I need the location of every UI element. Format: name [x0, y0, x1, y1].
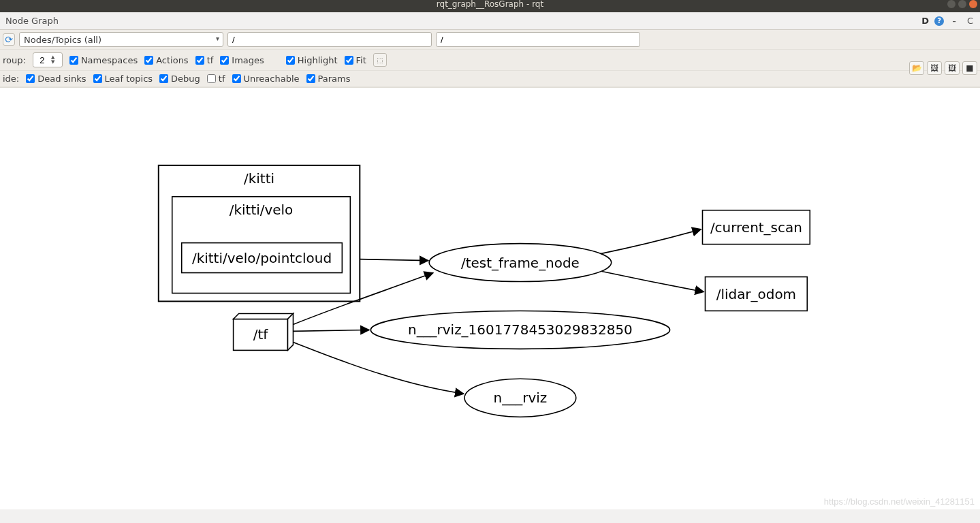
graph-type-combo[interactable]: Nodes/Topics (all) — [19, 32, 223, 47]
debug-checkbox[interactable] — [159, 74, 168, 83]
toolbar-row-1: ⟳ Nodes/Topics (all) — [0, 30, 980, 50]
namespaces-checkbox[interactable] — [69, 56, 78, 65]
node-tf-label: /tf — [253, 326, 269, 343]
window-maximize-button[interactable] — [958, 0, 966, 8]
group-label: roup: — [3, 55, 26, 65]
d-label: D — [921, 16, 929, 26]
images-checkbox[interactable] — [220, 56, 229, 65]
node-rviz-long-label: n___rviz_1601778453029832850 — [408, 321, 633, 338]
images-checkbox-label[interactable]: Images — [220, 55, 264, 65]
window-titlebar: rqt_graph__RosGraph - rqt — [0, 0, 980, 12]
node-lidar-odom-label: /lidar_odom — [716, 286, 796, 302]
dead-sinks-checkbox-label[interactable]: Dead sinks — [26, 74, 86, 84]
window-minimize-button[interactable] — [947, 0, 955, 8]
refresh-button[interactable]: ⟳ — [3, 33, 15, 46]
node-test-frame-node-label: /test_frame_node — [461, 255, 580, 271]
node-filter-input[interactable] — [227, 32, 432, 47]
edge-pointcloud-testframe — [360, 259, 428, 261]
actions-checkbox-label[interactable]: Actions — [144, 55, 189, 65]
tf-hide-checkbox-label[interactable]: tf — [207, 74, 225, 84]
menubar: Node Graph D ? - C — [0, 12, 980, 30]
toolbar-row-group: roup: ▲▼ Namespaces Actions tf Images Hi… — [0, 50, 980, 71]
window-close-button[interactable] — [969, 0, 977, 8]
fit-checkbox[interactable] — [345, 56, 353, 65]
load-dot-button[interactable] — [909, 61, 924, 75]
group-depth-spin[interactable]: ▲▼ — [51, 55, 54, 65]
graph-svg: /kitti /kitti/velo /kitti/velo/pointclou… — [0, 88, 980, 509]
node-current-scan-label: /current_scan — [710, 219, 802, 236]
edge-testframe-lidarodom — [602, 272, 704, 292]
tf-group-checkbox-label[interactable]: tf — [195, 55, 214, 65]
fit-checkbox-label[interactable]: Fit — [345, 55, 366, 65]
unreachable-checkbox[interactable] — [232, 74, 241, 83]
params-checkbox-label[interactable]: Params — [306, 74, 351, 84]
edge-tf-rviz — [293, 342, 464, 394]
refresh-icon: ⟳ — [5, 34, 13, 45]
actions-checkbox[interactable] — [144, 56, 153, 65]
params-checkbox[interactable] — [306, 74, 315, 83]
svg-marker-2 — [287, 313, 293, 350]
leaf-topics-checkbox[interactable] — [93, 74, 102, 83]
group-depth-stepper[interactable]: ▲▼ — [33, 52, 63, 67]
right-toolbar — [909, 61, 977, 75]
node-pointcloud-label: /kitti/velo/pointcloud — [192, 250, 332, 266]
save-image-button[interactable] — [962, 61, 977, 75]
graph-canvas[interactable]: /kitti /kitti/velo /kitti/velo/pointclou… — [0, 87, 980, 509]
highlight-checkbox-label[interactable]: Highlight — [286, 55, 338, 65]
tf-group-checkbox[interactable] — [195, 56, 204, 65]
watermark: https://blog.csdn.net/weixin_41281151 — [824, 496, 975, 507]
unreachable-checkbox-label[interactable]: Unreachable — [232, 74, 300, 84]
toolbar-row-hide: ide: Dead sinks Leaf topics Debug tf Unr… — [0, 71, 980, 87]
group-kitti-velo-label: /kitti/velo — [230, 202, 294, 218]
undock-button[interactable]: - — [949, 14, 959, 27]
graph-type-combo-value: Nodes/Topics (all) — [24, 35, 101, 45]
group-depth-input[interactable] — [33, 54, 51, 66]
topic-filter-input[interactable] — [436, 32, 640, 47]
dead-sinks-checkbox[interactable] — [26, 74, 35, 83]
svg-marker-1 — [234, 313, 294, 319]
window-title: rqt_graph__RosGraph - rqt — [437, 0, 543, 9]
tf-hide-checkbox[interactable] — [207, 74, 216, 83]
close-plugin-button[interactable]: C — [964, 16, 976, 26]
plugin-title: Node Graph — [1, 16, 63, 26]
debug-checkbox-label[interactable]: Debug — [159, 74, 200, 84]
expand-button[interactable]: ⬚ — [373, 53, 387, 67]
window-controls — [947, 0, 977, 8]
help-icon[interactable]: ? — [934, 16, 944, 26]
highlight-checkbox[interactable] — [286, 56, 295, 65]
node-rviz-label: n___rviz — [494, 390, 548, 406]
edge-testframe-currentscan — [601, 229, 701, 254]
namespaces-checkbox-label[interactable]: Namespaces — [69, 55, 138, 65]
save-dot-button[interactable] — [927, 61, 942, 75]
menubar-right-icons: D ? - C — [921, 14, 979, 27]
hide-label: ide: — [3, 74, 19, 84]
group-kitti-label: /kitti — [244, 170, 274, 187]
leaf-topics-checkbox-label[interactable]: Leaf topics — [93, 74, 153, 84]
edge-tf-rvizlong — [293, 330, 369, 331]
save-svg-button[interactable] — [945, 61, 960, 75]
